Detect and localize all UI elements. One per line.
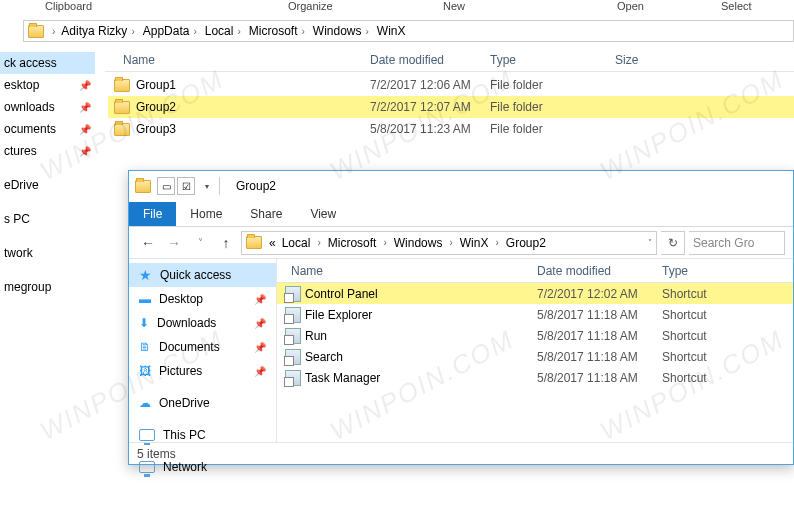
pin-icon: 📌 bbox=[79, 102, 91, 113]
list-item[interactable]: File Explorer 5/8/2017 11:18 AM Shortcut bbox=[277, 304, 793, 325]
breadcrumb-segment[interactable]: Windows› bbox=[391, 236, 457, 250]
recent-dropdown[interactable]: ˅ bbox=[189, 232, 211, 254]
sidebar-onedrive[interactable]: ☁OneDrive bbox=[129, 391, 276, 415]
tab-home[interactable]: Home bbox=[176, 202, 236, 226]
shortcut-icon bbox=[285, 286, 301, 302]
breadcrumb-segment[interactable]: Windows› bbox=[311, 21, 375, 41]
address-dropdown-icon[interactable]: ˅ bbox=[648, 238, 652, 247]
breadcrumb-segment[interactable]: Local› bbox=[279, 236, 325, 250]
sidebar-downloads[interactable]: ⬇Downloads📌 bbox=[129, 311, 276, 335]
col-type[interactable]: Type bbox=[662, 264, 688, 278]
ribbon-open-label: Open bbox=[617, 0, 644, 12]
list-item[interactable]: Group1 7/2/2017 12:06 AM File folder bbox=[108, 74, 794, 96]
download-icon: ⬇ bbox=[139, 316, 149, 330]
item-count: 5 items bbox=[137, 447, 176, 461]
breadcrumb-segment[interactable]: Microsoft› bbox=[247, 21, 311, 41]
list-item[interactable]: Task Manager 5/8/2017 11:18 AM Shortcut bbox=[277, 367, 793, 388]
back-button[interactable]: ← bbox=[137, 232, 159, 254]
pc-icon bbox=[139, 429, 155, 441]
pin-icon: 📌 bbox=[254, 318, 266, 329]
tab-view[interactable]: View bbox=[296, 202, 350, 226]
child-window: ▭ ☑ ▾ Group2 File Home Share View ← → ˅ … bbox=[128, 170, 794, 465]
list-item[interactable]: Group2 7/2/2017 12:07 AM File folder bbox=[108, 96, 794, 118]
breadcrumb-segment[interactable]: Aditya Rizky› bbox=[59, 21, 140, 41]
sidebar-onedrive[interactable]: eDrive bbox=[0, 174, 95, 196]
ribbon-clipboard-label: Clipboard bbox=[45, 0, 92, 12]
pin-icon: 📌 bbox=[254, 342, 266, 353]
sidebar-quick-access[interactable]: ck access bbox=[0, 52, 95, 74]
list-item[interactable]: Run 5/8/2017 11:18 AM Shortcut bbox=[277, 325, 793, 346]
breadcrumb-segment[interactable]: Group2 bbox=[503, 236, 549, 250]
list-item[interactable]: Group3 5/8/2017 11:23 AM File folder bbox=[108, 118, 794, 140]
sidebar-pictures[interactable]: 🖼Pictures📌 bbox=[129, 359, 276, 383]
col-name[interactable]: Name bbox=[123, 53, 155, 67]
forward-button[interactable]: → bbox=[163, 232, 185, 254]
star-icon: ★ bbox=[139, 267, 152, 283]
folder-icon bbox=[114, 123, 130, 136]
qat-checkbox-button[interactable]: ☑ bbox=[177, 177, 195, 195]
folder-icon bbox=[28, 25, 44, 38]
list-item[interactable]: Control Panel 7/2/2017 12:02 AM Shortcut bbox=[277, 283, 793, 304]
window-title: Group2 bbox=[236, 179, 276, 193]
sidebar-documents[interactable]: 🗎Documents📌 bbox=[129, 335, 276, 359]
qat-properties-button[interactable]: ▭ bbox=[157, 177, 175, 195]
pin-icon: 📌 bbox=[254, 294, 266, 305]
breadcrumb-segment[interactable]: Microsoft› bbox=[325, 236, 391, 250]
list-item[interactable]: Search 5/8/2017 11:18 AM Shortcut bbox=[277, 346, 793, 367]
col-name[interactable]: Name bbox=[291, 264, 323, 278]
main-pane: Name Date modified Type Control Panel 7/… bbox=[277, 259, 793, 442]
document-icon: 🗎 bbox=[139, 340, 151, 354]
nav-sidebar: ★Quick access ▬Desktop📌 ⬇Downloads📌 🗎Doc… bbox=[129, 259, 277, 442]
search-input[interactable]: Search Gro bbox=[689, 231, 785, 255]
up-button[interactable]: ↑ bbox=[215, 232, 237, 254]
quick-access-toolbar: ▭ ☑ bbox=[157, 177, 195, 195]
sidebar-desktop[interactable]: esktop📌 bbox=[0, 74, 95, 96]
desktop-icon: ▬ bbox=[139, 292, 151, 306]
title-bar[interactable]: ▭ ☑ ▾ Group2 bbox=[129, 171, 793, 201]
cloud-icon: ☁ bbox=[139, 396, 151, 410]
address-bar[interactable]: « Local› Microsoft› Windows› WinX› Group… bbox=[241, 231, 657, 255]
address-bar[interactable]: › Aditya Rizky› AppData› Local› Microsof… bbox=[23, 20, 794, 42]
nav-sidebar: ck access esktop📌 ownloads📌 ocuments📌 ct… bbox=[0, 48, 95, 532]
sidebar-this-pc[interactable]: s PC bbox=[0, 208, 95, 230]
qat-dropdown-icon[interactable]: ▾ bbox=[205, 182, 209, 191]
breadcrumb-segment[interactable]: WinX bbox=[375, 21, 408, 41]
col-type[interactable]: Type bbox=[490, 53, 516, 67]
file-list: Control Panel 7/2/2017 12:02 AM Shortcut… bbox=[277, 283, 793, 388]
ribbon-new-label: New bbox=[443, 0, 465, 12]
breadcrumb-segment[interactable]: AppData› bbox=[141, 21, 203, 41]
sidebar-documents[interactable]: ocuments📌 bbox=[0, 118, 95, 140]
shortcut-icon bbox=[285, 370, 301, 386]
column-headers: Name Date modified Type Size bbox=[105, 48, 794, 72]
ribbon-organize-label: Organize bbox=[288, 0, 333, 12]
sidebar-network[interactable]: twork bbox=[0, 242, 95, 264]
pin-icon: 📌 bbox=[254, 366, 266, 377]
ribbon-tabs: File Home Share View bbox=[129, 201, 793, 227]
breadcrumb-segment[interactable]: WinX› bbox=[457, 236, 503, 250]
sidebar-homegroup[interactable]: megroup bbox=[0, 276, 95, 298]
column-headers: Name Date modified Type bbox=[277, 259, 793, 283]
tab-file[interactable]: File bbox=[129, 202, 176, 226]
sidebar-quick-access[interactable]: ★Quick access bbox=[129, 263, 276, 287]
ribbon-section-labels: Clipboard Organize New Open Select bbox=[0, 0, 794, 14]
col-size[interactable]: Size bbox=[615, 53, 638, 67]
breadcrumb-segment[interactable]: Local› bbox=[203, 21, 247, 41]
status-bar: 5 items bbox=[129, 442, 793, 464]
ribbon-select-label: Select bbox=[721, 0, 752, 12]
pin-icon: 📌 bbox=[79, 146, 91, 157]
tab-share[interactable]: Share bbox=[236, 202, 296, 226]
col-date[interactable]: Date modified bbox=[370, 53, 444, 67]
folder-icon bbox=[114, 101, 130, 114]
pin-icon: 📌 bbox=[79, 124, 91, 135]
refresh-button[interactable]: ↻ bbox=[661, 231, 685, 255]
col-date[interactable]: Date modified bbox=[537, 264, 611, 278]
sidebar-pictures[interactable]: ctures📌 bbox=[0, 140, 95, 162]
shortcut-icon bbox=[285, 307, 301, 323]
folder-icon bbox=[135, 180, 151, 193]
sidebar-downloads[interactable]: ownloads📌 bbox=[0, 96, 95, 118]
folder-icon bbox=[246, 236, 262, 249]
address-row: ← → ˅ ↑ « Local› Microsoft› Windows› Win… bbox=[129, 227, 793, 259]
folder-icon bbox=[114, 79, 130, 92]
chevron-right-icon[interactable]: › bbox=[48, 26, 59, 37]
sidebar-desktop[interactable]: ▬Desktop📌 bbox=[129, 287, 276, 311]
